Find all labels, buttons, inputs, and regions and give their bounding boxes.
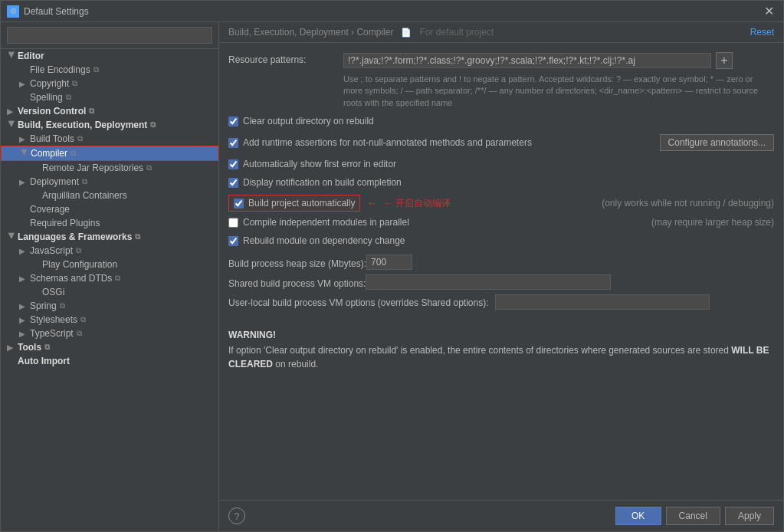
- sidebar-item-build-execution-deployment[interactable]: ▶ Build, Execution, Deployment ⧉: [1, 118, 218, 132]
- search-input[interactable]: [7, 27, 212, 44]
- copy-icon: ⧉: [82, 177, 87, 186]
- compile-parallel-side: (may require larger heap size): [636, 217, 774, 228]
- shared-vm-row: Shared build process VM options:: [228, 274, 774, 290]
- display-notification-label: Display notification on build completion: [243, 177, 402, 188]
- copy-icon: ⧉: [89, 107, 94, 116]
- build-automatically-label: Build project automatically: [248, 198, 355, 209]
- runtime-assertions-row: Add runtime assertions for not-null-anno…: [228, 132, 774, 153]
- sidebar-item-spelling[interactable]: Spelling ⧉: [1, 90, 218, 104]
- copy-icon: ⧉: [72, 79, 77, 88]
- rebuild-module-checkbox[interactable]: [228, 236, 238, 246]
- sidebar-item-remote-jar-repositories[interactable]: Remote Jar Repositories ⧉: [1, 161, 218, 175]
- sidebar-item-auto-import[interactable]: Auto Import: [1, 354, 218, 368]
- clear-output-checkbox[interactable]: [228, 117, 238, 126]
- rebuild-module-row: Rebuild module on dependency change: [228, 233, 774, 248]
- window-icon: ⚙: [7, 5, 19, 18]
- compile-parallel-wrapper: Compile independent modules in parallel …: [228, 215, 774, 230]
- sidebar-item-required-plugins[interactable]: Required Plugins: [1, 216, 218, 230]
- sidebar-item-coverage[interactable]: Coverage: [1, 202, 218, 216]
- show-first-error-checkbox[interactable]: [228, 159, 238, 169]
- expand-arrow: ▶: [19, 274, 28, 283]
- copy-icon: ⧉: [77, 134, 83, 143]
- bottom-bar: ? OK Cancel Apply: [219, 500, 783, 531]
- default-settings-dialog: ⚙ Default Settings ✕ ▶ Editor Fi: [0, 0, 784, 532]
- apply-button[interactable]: Apply: [725, 507, 774, 525]
- user-local-vm-label: User-local build process VM options (ove…: [228, 295, 489, 310]
- show-first-error-row: Automatically show first error in editor: [228, 156, 774, 172]
- annotation-arrow: ←: [366, 197, 377, 209]
- user-local-vm-input[interactable]: [495, 294, 710, 310]
- copy-icon: ⧉: [146, 163, 152, 172]
- expand-arrow: ▶: [8, 120, 16, 130]
- sidebar-item-tools[interactable]: ▶ Tools ⧉: [1, 340, 218, 354]
- cancel-button[interactable]: Cancel: [666, 507, 720, 525]
- warning-title: WARNING!: [228, 330, 774, 340]
- expand-arrow: ▶: [21, 149, 29, 158]
- sidebar-item-compiler[interactable]: ▶ Compiler ⧉: [1, 146, 218, 161]
- expand-arrow: ▶: [19, 330, 28, 338]
- copy-icon: ⧉: [76, 246, 81, 255]
- title-bar: ⚙ Default Settings ✕: [1, 1, 783, 22]
- sidebar-item-schemas-dtds[interactable]: ▶ Schemas and DTDs ⧉: [1, 271, 218, 285]
- breadcrumb-path: Build, Execution, Deployment › Compiler: [228, 27, 393, 38]
- content-area: ▶ Editor File Encodings ⧉ ▶ Copyright ⧉: [1, 22, 783, 531]
- sidebar-item-languages-frameworks[interactable]: ▶ Languages & Frameworks ⧉: [1, 230, 218, 244]
- copy-icon: ⧉: [80, 315, 86, 324]
- settings-content: Resource patterns: + Use ; to separate p…: [219, 43, 783, 500]
- copy-icon: ⧉: [150, 120, 156, 130]
- heap-size-label: Build process heap size (Mbytes):: [228, 256, 366, 269]
- sidebar-item-file-encodings[interactable]: File Encodings ⧉: [1, 63, 218, 77]
- copy-icon: ⧉: [135, 232, 140, 241]
- compile-parallel-row: Compile independent modules in parallel: [228, 215, 409, 230]
- compile-parallel-checkbox[interactable]: [228, 218, 238, 228]
- reset-link[interactable]: Reset: [750, 27, 774, 38]
- breadcrumb: Build, Execution, Deployment › Compiler …: [228, 27, 494, 38]
- build-automatically-row: Build project automatically: [228, 195, 360, 212]
- rebuild-module-label: Rebuild module on dependency change: [243, 235, 405, 246]
- clear-output-row: Clear output directory on rebuild: [228, 113, 774, 129]
- sidebar-item-play-configuration[interactable]: Play Configuration: [1, 258, 218, 271]
- sidebar-item-deployment[interactable]: ▶ Deployment ⧉: [1, 175, 218, 189]
- sidebar-item-editor[interactable]: ▶ Editor: [1, 49, 218, 63]
- dialog-body: ▶ Editor File Encodings ⧉ ▶ Copyright ⧉: [1, 22, 783, 531]
- clear-output-label: Clear output directory on rebuild: [243, 116, 374, 126]
- resource-patterns-row: Resource patterns: +: [228, 52, 774, 69]
- copy-icon: ⧉: [66, 93, 71, 102]
- add-pattern-button[interactable]: +: [716, 52, 733, 69]
- help-button[interactable]: ?: [228, 507, 245, 524]
- sidebar-item-spring[interactable]: ▶ Spring ⧉: [1, 299, 218, 313]
- build-automatically-checkbox[interactable]: [234, 199, 244, 209]
- breadcrumb-for-text: For default project: [419, 27, 494, 38]
- runtime-assertions-checkbox[interactable]: [228, 138, 238, 148]
- heap-size-input[interactable]: [366, 255, 412, 270]
- show-first-error-label: Automatically show first error in editor: [243, 159, 396, 169]
- sidebar-item-stylesheets[interactable]: ▶ Stylesheets ⧉: [1, 313, 218, 327]
- close-button[interactable]: ✕: [761, 4, 777, 18]
- sidebar-item-osgi[interactable]: OSGi: [1, 285, 218, 299]
- breadcrumb-icon: 📄: [401, 28, 412, 37]
- display-notification-checkbox[interactable]: [228, 178, 238, 188]
- user-local-vm-row: User-local build process VM options (ove…: [228, 294, 774, 310]
- sidebar-item-typescript[interactable]: ▶ TypeScript ⧉: [1, 327, 218, 340]
- sidebar-item-arquillian-containers[interactable]: Arquillian Containers: [1, 189, 218, 202]
- build-automatically-wrapper: Build project automatically ← ← 开启自动编译 (…: [228, 195, 774, 212]
- shared-vm-control: [366, 274, 774, 290]
- copy-icon: ⧉: [60, 301, 65, 310]
- expand-arrow: ▶: [19, 135, 28, 143]
- sidebar-item-build-tools[interactable]: ▶ Build Tools ⧉: [1, 132, 218, 146]
- sidebar-item-version-control[interactable]: ▶ Version Control ⧉: [1, 104, 218, 118]
- heap-size-row: Build process heap size (Mbytes):: [228, 255, 774, 270]
- configure-annotations-button[interactable]: Configure annotations...: [660, 134, 774, 151]
- sidebar-item-javascript[interactable]: ▶ JavaScript ⧉: [1, 244, 218, 258]
- annotation-text: ← 开启自动编译: [383, 197, 450, 210]
- runtime-assertions-label: Add runtime assertions for not-null-anno…: [243, 137, 660, 148]
- ok-button[interactable]: OK: [615, 507, 661, 525]
- user-local-vm-control: [495, 294, 775, 310]
- heap-size-control: [366, 255, 774, 270]
- resource-patterns-control: +: [343, 52, 774, 69]
- expand-arrow: ▶: [8, 51, 16, 61]
- resource-patterns-input[interactable]: [343, 53, 711, 68]
- sidebar-item-copyright[interactable]: ▶ Copyright ⧉: [1, 77, 218, 90]
- compile-parallel-label: Compile independent modules in parallel: [243, 217, 409, 228]
- shared-vm-input[interactable]: [366, 274, 611, 290]
